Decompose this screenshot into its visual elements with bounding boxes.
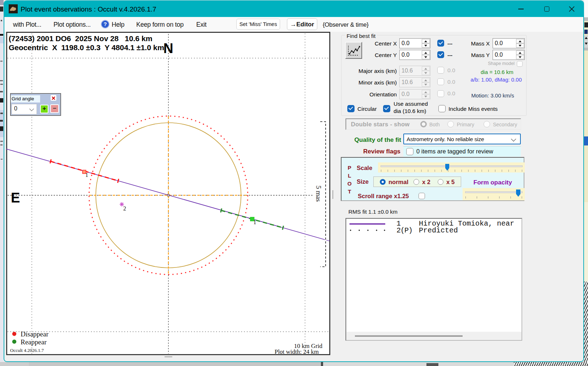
svg-text:Geocentric X 1198.0 ±0.3 Y: Geocentric X 1198.0 ±0.3 Y 4804.1 ±1.0 k…	[9, 43, 164, 52]
svg-text:1: 1	[253, 219, 256, 225]
svg-text:2: 2	[123, 205, 126, 212]
svg-text:Disappear: Disappear	[21, 330, 49, 338]
svg-text:N: N	[163, 41, 173, 56]
svg-text:Plot width: 24 km: Plot width: 24 km	[275, 348, 319, 355]
svg-text:(72453) 2001 DO6 2025 Nov 28: (72453) 2001 DO6 2025 Nov 28 10.6 km	[9, 34, 153, 43]
svg-text:1: 1	[85, 172, 88, 178]
svg-text:5 mas: 5 mas	[315, 186, 322, 202]
svg-text:Reappear: Reappear	[21, 338, 47, 346]
svg-text:E: E	[11, 190, 20, 205]
svg-text:Occult 4.2026.1.7: Occult 4.2026.1.7	[10, 348, 44, 353]
